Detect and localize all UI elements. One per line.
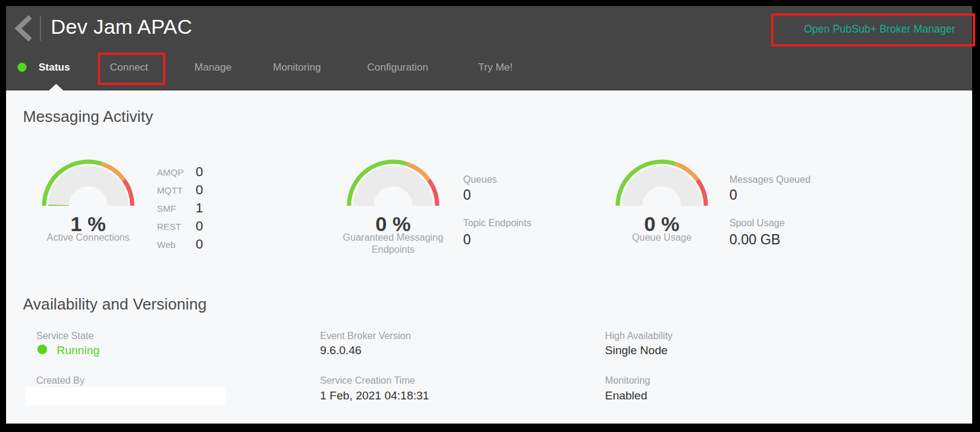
- spool-usage-label: Spool Usage: [729, 218, 785, 229]
- title-divider: [40, 16, 41, 41]
- tab-connect[interactable]: Connect: [110, 62, 148, 74]
- messages-queued-value: 0: [729, 187, 737, 203]
- protocol-value: 0: [196, 164, 203, 180]
- page-title: Dev Jam APAC: [51, 15, 192, 39]
- protocol-value: 0: [196, 237, 203, 252]
- protocol-row-smf: SMF 1: [157, 199, 203, 217]
- protocol-value: 0: [196, 218, 203, 234]
- tab-configuration[interactable]: Configuration: [367, 62, 428, 74]
- broker-version-value: 9.6.0.46: [320, 344, 362, 357]
- tab-try-me[interactable]: Try Me!: [478, 62, 513, 74]
- tab-status[interactable]: Status: [39, 62, 70, 74]
- tab-monitoring[interactable]: Monitoring: [273, 62, 321, 74]
- messaging-activity-title: Messaging Activity: [23, 107, 153, 126]
- monitoring-label: Monitoring: [605, 375, 650, 386]
- queue-usage-caption: Queue Usage: [592, 232, 731, 244]
- queues-label: Queues: [463, 174, 497, 185]
- status-dot-icon: [18, 63, 27, 72]
- chevron-left-icon: [14, 35, 33, 44]
- protocol-value: 1: [196, 200, 203, 216]
- high-availability-value: Single Node: [605, 344, 668, 357]
- protocol-row-mqtt: MQTT 0: [157, 181, 203, 199]
- creation-time-label: Service Creation Time: [320, 375, 415, 386]
- protocol-value: 0: [196, 182, 203, 198]
- queue-usage-gauge: [613, 157, 710, 208]
- tab-manage[interactable]: Manage: [194, 62, 231, 74]
- open-broker-manager-button[interactable]: Open PubSub+ Broker Manager: [804, 23, 955, 36]
- service-header: Dev Jam APAC Open PubSub+ Broker Manager…: [6, 6, 972, 91]
- protocol-row-web: Web 0: [157, 235, 203, 253]
- service-state-label: Service State: [36, 331, 94, 341]
- guaranteed-messaging-caption: Guaranteed Messaging Endpoints: [324, 232, 463, 256]
- protocol-label: MQTT: [157, 185, 196, 195]
- back-button[interactable]: [13, 14, 34, 43]
- availability-versioning-title: Availability and Versioning: [23, 295, 207, 314]
- app-window: Dev Jam APAC Open PubSub+ Broker Manager…: [6, 6, 972, 424]
- active-connections-caption: Active Connections: [19, 232, 158, 244]
- monitoring-value: Enabled: [605, 389, 647, 402]
- active-tab-caret: [49, 84, 63, 91]
- screenshot-frame: Dev Jam APAC Open PubSub+ Broker Manager…: [0, 0, 980, 432]
- service-state-value: Running: [57, 344, 100, 357]
- protocol-connection-list: AMQP 0 MQTT 0 SMF 1 REST 0 Web 0: [157, 163, 203, 253]
- created-by-label: Created By: [36, 375, 85, 386]
- broker-version-label: Event Broker Version: [320, 331, 411, 341]
- topic-endpoints-label: Topic Endpoints: [463, 218, 531, 229]
- guaranteed-messaging-gauge: [345, 157, 441, 208]
- protocol-row-rest: REST 0: [157, 217, 203, 235]
- spool-usage-value: 0.00 GB: [729, 232, 780, 248]
- protocol-label: Web: [157, 240, 196, 250]
- running-dot-icon: [37, 345, 47, 354]
- protocol-row-amqp: AMQP 0: [157, 163, 203, 181]
- messages-queued-label: Messages Queued: [729, 174, 810, 185]
- protocol-label: SMF: [157, 203, 196, 214]
- high-availability-label: High Availability: [605, 331, 673, 341]
- queues-value: 0: [463, 187, 471, 203]
- protocol-label: AMQP: [157, 167, 196, 177]
- protocol-label: REST: [157, 221, 196, 232]
- creation-time-value: 1 Feb, 2021 04:18:31: [320, 389, 429, 402]
- topic-endpoints-value: 0: [463, 232, 471, 248]
- active-connections-gauge: [40, 157, 136, 208]
- created-by-value-box: [25, 387, 225, 405]
